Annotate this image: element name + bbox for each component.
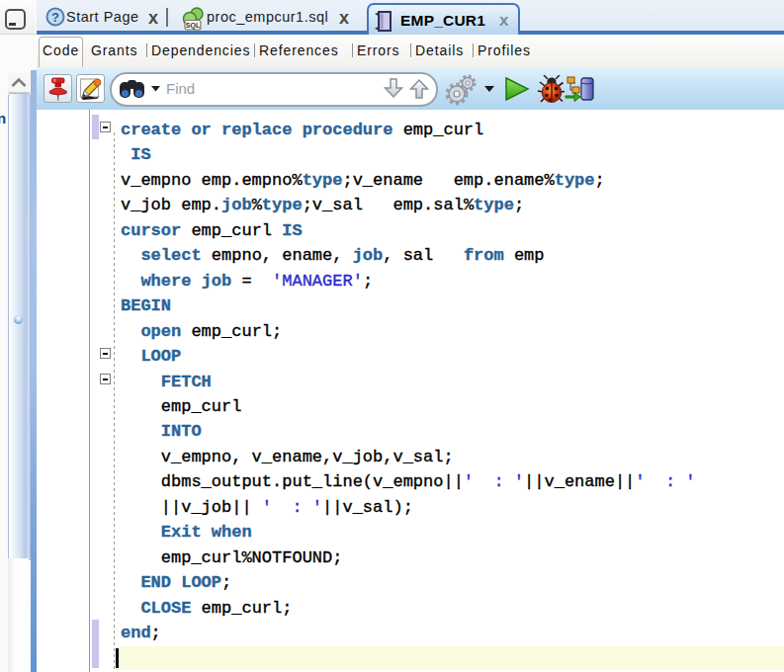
svg-text:SQL: SQL <box>186 22 201 30</box>
svg-text:?: ? <box>51 10 59 25</box>
